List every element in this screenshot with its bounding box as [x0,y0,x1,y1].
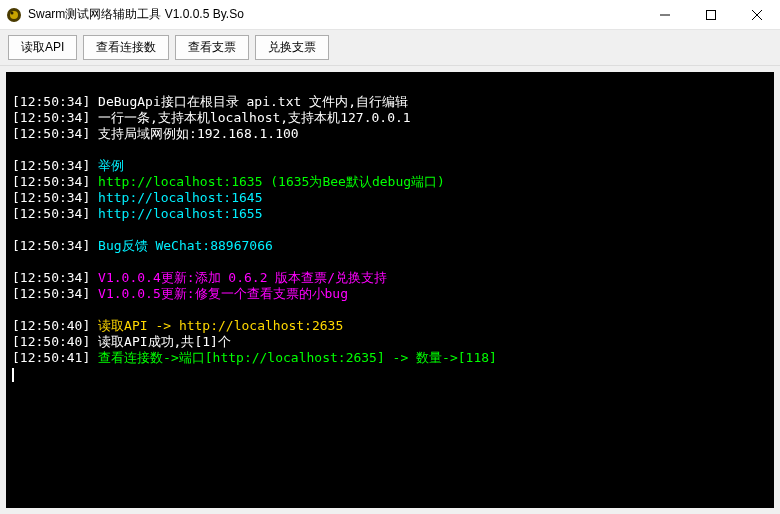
svg-rect-4 [707,10,716,19]
log-line: [12:50:34] http://localhost:1635 (1635为B… [12,174,768,190]
log-timestamp: [12:50:34] [12,238,90,253]
log-line [12,142,768,158]
connection-count-button[interactable]: 查看连接数 [83,35,169,60]
log-timestamp: [12:50:34] [12,94,90,109]
log-text: http://localhost:1635 (1635为Bee默认debug端口… [90,174,445,189]
log-line: [12:50:40] 读取API成功,共[1]个 [12,334,768,350]
log-timestamp: [12:50:34] [12,206,90,221]
log-line: [12:50:34] http://localhost:1645 [12,190,768,206]
log-timestamp: [12:50:40] [12,334,90,349]
app-icon [6,7,22,23]
toolbar: 读取API 查看连接数 查看支票 兑换支票 [0,30,780,66]
log-line [12,254,768,270]
log-text: Bug反馈 WeChat:88967066 [90,238,273,253]
svg-point-2 [11,11,14,14]
log-text: V1.0.0.4更新:添加 0.6.2 版本查票/兑换支持 [90,270,387,285]
text-cursor [12,368,14,382]
maximize-button[interactable] [688,0,734,30]
log-timestamp: [12:50:41] [12,350,90,365]
window-title: Swarm测试网络辅助工具 V1.0.0.5 By.So [28,6,244,23]
log-line [12,222,768,238]
log-timestamp: [12:50:34] [12,286,90,301]
log-line: [12:50:41] 查看连接数->端口[http://localhost:26… [12,350,768,366]
log-line: [12:50:34] 一行一条,支持本机localhost,支持本机127.0.… [12,110,768,126]
console-output: [12:50:34] DeBugApi接口在根目录 api.txt 文件内,自行… [6,72,774,508]
log-text: http://localhost:1645 [90,190,262,205]
log-timestamp: [12:50:40] [12,318,90,333]
read-api-button[interactable]: 读取API [8,35,77,60]
log-timestamp: [12:50:34] [12,190,90,205]
log-text: http://localhost:1655 [90,206,262,221]
log-text: 一行一条,支持本机localhost,支持本机127.0.0.1 [90,110,410,125]
close-button[interactable] [734,0,780,30]
log-timestamp: [12:50:34] [12,158,90,173]
log-timestamp: [12:50:34] [12,110,90,125]
log-line: [12:50:34] 举例 [12,158,768,174]
view-cheque-button[interactable]: 查看支票 [175,35,249,60]
titlebar: Swarm测试网络辅助工具 V1.0.0.5 By.So [0,0,780,30]
log-text: 举例 [90,158,124,173]
log-line [12,302,768,318]
log-timestamp: [12:50:34] [12,174,90,189]
log-text: V1.0.0.5更新:修复一个查看支票的小bug [90,286,348,301]
console-wrap: [12:50:34] DeBugApi接口在根目录 api.txt 文件内,自行… [0,66,780,514]
log-timestamp: [12:50:34] [12,270,90,285]
log-line: [12:50:34] 支持局域网例如:192.168.1.100 [12,126,768,142]
log-line: [12:50:34] V1.0.0.5更新:修复一个查看支票的小bug [12,286,768,302]
log-text: 查看连接数->端口[http://localhost:2635] -> 数量->… [90,350,497,365]
log-timestamp: [12:50:34] [12,126,90,141]
log-text: 读取API -> http://localhost:2635 [90,318,343,333]
log-text: 读取API成功,共[1]个 [90,334,231,349]
log-line: [12:50:34] http://localhost:1655 [12,206,768,222]
log-line: [12:50:34] DeBugApi接口在根目录 api.txt 文件内,自行… [12,94,768,110]
log-line: [12:50:40] 读取API -> http://localhost:263… [12,318,768,334]
log-text: 支持局域网例如:192.168.1.100 [90,126,298,141]
log-line: [12:50:34] Bug反馈 WeChat:88967066 [12,238,768,254]
log-line: [12:50:34] V1.0.0.4更新:添加 0.6.2 版本查票/兑换支持 [12,270,768,286]
log-text: DeBugApi接口在根目录 api.txt 文件内,自行编辑 [90,94,408,109]
redeem-cheque-button[interactable]: 兑换支票 [255,35,329,60]
minimize-button[interactable] [642,0,688,30]
